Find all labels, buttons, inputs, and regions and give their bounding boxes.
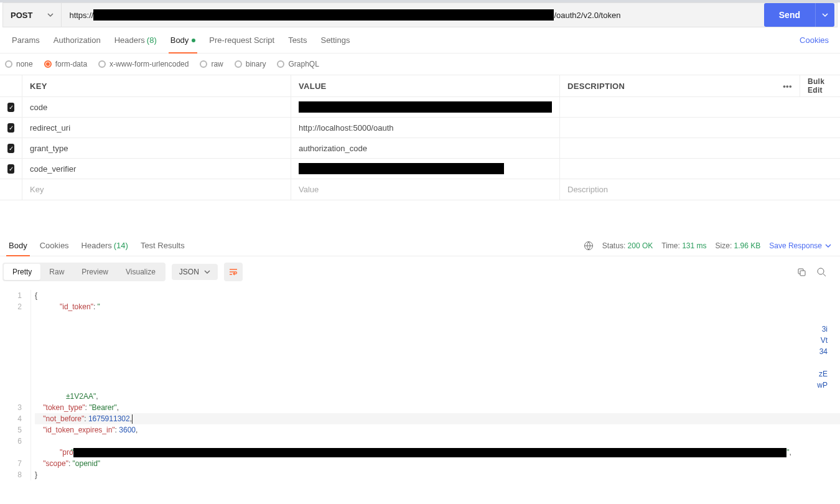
response-tab-cookies[interactable]: Cookies [34,235,75,256]
http-method-label: POST [11,11,32,20]
kv-row-empty: Key Value Description [0,179,840,200]
kv-key-input[interactable]: Key [22,179,291,200]
kv-key-input[interactable]: code [22,97,291,117]
response-code[interactable]: 1 2 3 4 5 6 7 8 { "id_token": " 3i Vt 34… [0,287,840,483]
kv-key-input[interactable]: redirect_uri [22,118,291,138]
url-input[interactable]: https:// /oauth2/v2.0/token [62,3,758,27]
bulk-edit-button[interactable]: Bulk Edit [800,75,840,96]
send-dropdown-button[interactable] [815,3,834,27]
response-tab-test-results[interactable]: Test Results [134,235,191,256]
kv-key-input[interactable]: code_verifier [22,159,291,179]
chevron-down-icon [47,12,54,18]
tab-body[interactable]: Body [164,27,203,53]
kv-row: ✓ grant_type authorization_code [0,138,840,159]
response-tab-headers[interactable]: Headers(14) [75,235,134,256]
body-type-urlencoded[interactable]: x-www-form-urlencoded [98,60,189,68]
svg-point-3 [818,268,824,274]
kv-header-value: VALUE [291,75,560,96]
kv-header-desc: DESCRIPTION [560,75,775,96]
body-type-none[interactable]: none [5,60,33,68]
cookies-link[interactable]: Cookies [800,35,835,45]
wrap-text-button[interactable] [224,263,243,281]
kv-value-input[interactable]: authorization_code [291,138,560,158]
kv-options-button[interactable]: ••• [775,75,800,96]
checkbox-icon[interactable]: ✓ [7,103,14,112]
svg-rect-2 [800,271,805,276]
tab-params[interactable]: Params [5,27,47,53]
body-type-binary[interactable]: binary [235,60,266,68]
kv-desc-input[interactable] [560,138,840,158]
view-tab-preview[interactable]: Preview [73,264,117,280]
kv-row: ✓ code [0,97,840,118]
response-tab-body[interactable]: Body [2,235,34,256]
checkbox-icon[interactable]: ✓ [7,164,14,174]
kv-row: ✓ redirect_uri http://localhost:5000/oau… [0,118,840,138]
checkbox-icon[interactable]: ✓ [7,144,14,153]
kv-desc-input[interactable] [560,118,840,138]
view-tab-visualize[interactable]: Visualize [117,264,164,280]
kv-value-input[interactable]: http://localhost:5000/oauth [291,118,560,138]
kv-desc-input[interactable] [560,159,840,179]
send-button[interactable]: Send [764,3,815,27]
body-type-raw[interactable]: raw [200,60,223,68]
modified-dot-icon [192,39,195,42]
language-select[interactable]: JSON [172,264,218,280]
globe-icon [584,241,594,251]
kv-row: ✓ code_verifier [0,159,840,179]
view-tab-raw[interactable]: Raw [40,264,73,280]
checkbox-icon[interactable]: ✓ [7,123,14,133]
tab-tests[interactable]: Tests [281,27,314,53]
tab-authorization[interactable]: Authorization [47,27,108,53]
http-method-select[interactable]: POST [3,3,62,27]
kv-value-input[interactable]: Value [291,179,560,200]
url-suffix: /oauth2/v2.0/token [554,11,620,20]
url-redacted [93,9,554,21]
body-type-graphql[interactable]: GraphQL [277,60,319,68]
copy-icon[interactable] [796,267,806,277]
kv-value-input[interactable] [291,97,560,117]
url-prefix: https:// [69,11,93,20]
save-response-button[interactable]: Save Response [769,241,831,250]
kv-desc-input[interactable] [560,97,840,117]
kv-value-input[interactable] [291,159,560,179]
tab-settings[interactable]: Settings [314,27,357,53]
kv-key-input[interactable]: grant_type [22,138,291,158]
search-icon[interactable] [816,267,826,277]
tab-headers[interactable]: Headers(8) [108,27,164,53]
tab-prerequest[interactable]: Pre-request Script [202,27,281,53]
kv-header-key: KEY [22,75,291,96]
body-type-form-data[interactable]: form-data [44,60,87,68]
kv-desc-input[interactable]: Description [560,179,840,200]
view-tab-pretty[interactable]: Pretty [4,264,40,280]
